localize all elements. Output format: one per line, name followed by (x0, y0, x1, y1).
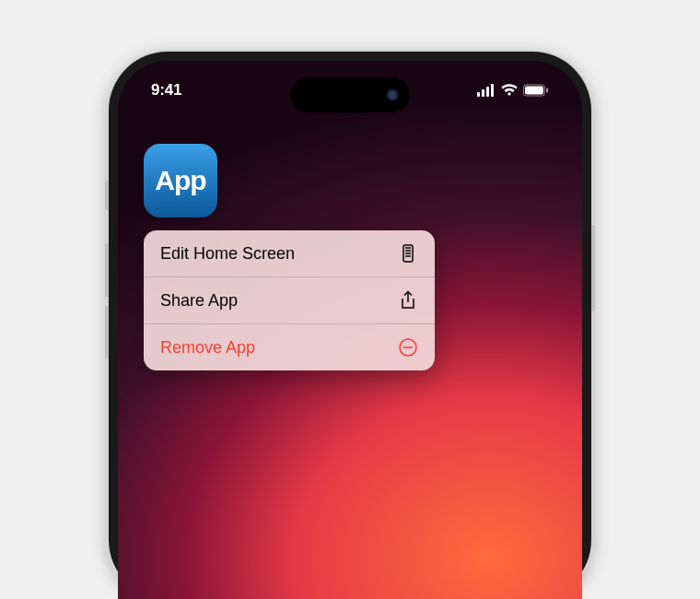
battery-icon (523, 84, 549, 97)
app-icon-label: App (155, 165, 205, 196)
app-icon[interactable]: App (144, 144, 217, 217)
minus-circle-icon (398, 337, 418, 358)
svg-rect-0 (477, 92, 480, 97)
dynamic-island (290, 77, 410, 112)
volume-down-button (105, 306, 109, 359)
side-buttons-right (591, 225, 595, 311)
menu-item-remove-app[interactable]: Remove App (144, 324, 435, 370)
share-icon (398, 290, 418, 311)
svg-rect-5 (525, 87, 543, 95)
menu-item-label: Share App (160, 291, 238, 311)
iphone-frame: 9:41 (109, 52, 591, 599)
status-indicators (477, 84, 549, 97)
volume-up-button (105, 243, 109, 297)
cellular-icon (477, 84, 496, 97)
svg-rect-1 (482, 89, 484, 97)
phone-icon (398, 243, 418, 264)
menu-item-label: Edit Home Screen (160, 244, 295, 264)
svg-rect-2 (486, 87, 489, 97)
phone-screen: 9:41 (118, 61, 582, 599)
menu-item-edit-home-screen[interactable]: Edit Home Screen (144, 230, 435, 277)
context-menu: Edit Home Screen Share App (144, 230, 435, 370)
menu-item-share-app[interactable]: Share App (144, 277, 435, 324)
front-camera (386, 88, 399, 101)
wifi-icon (501, 84, 518, 97)
svg-rect-3 (491, 84, 494, 97)
menu-item-label: Remove App (160, 338, 255, 358)
status-time: 9:41 (151, 81, 181, 100)
power-button (591, 225, 595, 311)
silence-switch (105, 181, 109, 210)
svg-rect-6 (546, 88, 548, 93)
